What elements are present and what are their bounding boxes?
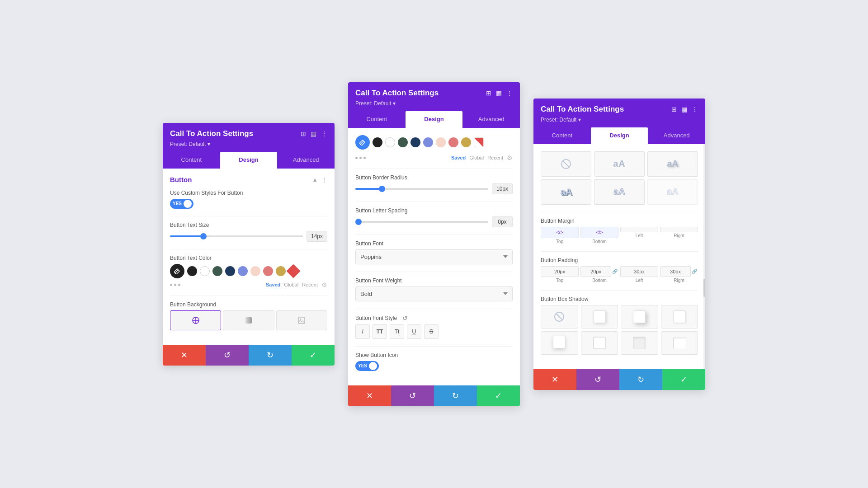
color-tab-recent[interactable]: Recent <box>302 282 318 287</box>
reset-button-3[interactable]: ↺ <box>576 369 619 390</box>
color-settings-icon[interactable]: ⚙ <box>321 281 327 288</box>
cs-white-2[interactable] <box>385 137 395 147</box>
bg-option-gradient[interactable] <box>223 310 274 330</box>
cancel-button-1[interactable]: ✕ <box>163 345 206 366</box>
text-style-outline2[interactable]: aA <box>647 179 698 205</box>
padding-top-input[interactable]: 20px <box>541 266 579 277</box>
color-swatch-navy[interactable] <box>225 266 235 276</box>
tab-design-1[interactable]: Design <box>220 152 278 169</box>
color-swatch-salmon[interactable] <box>263 266 273 276</box>
fullscreen-icon-3[interactable]: ⊞ <box>671 106 677 113</box>
menu-icon-2[interactable]: ⋮ <box>506 89 513 97</box>
button-font-weight-select[interactable]: Bold Normal Light <box>355 286 513 301</box>
tab-design-2[interactable]: Design <box>406 111 463 128</box>
cs-gold-2[interactable] <box>461 137 471 147</box>
shadow-1[interactable] <box>581 305 618 328</box>
cs-diag-2[interactable] <box>474 137 484 147</box>
cs-salmon-2[interactable] <box>448 137 458 147</box>
font-style-italic[interactable]: I <box>355 324 370 339</box>
reset-button-2[interactable]: ↺ <box>391 385 434 406</box>
padding-right-input[interactable]: 30px <box>660 266 691 277</box>
text-size-value[interactable]: 14px <box>307 231 327 242</box>
redo-button-2[interactable]: ↻ <box>434 385 477 406</box>
color-swatch-green[interactable] <box>212 266 222 276</box>
cs-peach-2[interactable] <box>436 137 446 147</box>
tab-advanced-1[interactable]: Advanced <box>277 152 335 169</box>
shadow-none[interactable] <box>541 305 578 328</box>
padding-bottom-input[interactable]: 20px <box>580 266 611 277</box>
margin-left-input[interactable] <box>620 227 658 232</box>
font-style-underline[interactable]: U <box>407 324 421 339</box>
cs-black-2[interactable] <box>373 137 382 147</box>
bg-option-color[interactable] <box>170 310 221 330</box>
color-active-2[interactable] <box>355 135 370 150</box>
color-tab-global-2[interactable]: Global <box>469 155 484 160</box>
text-style-3d[interactable]: aA <box>541 179 591 205</box>
padding-left-input[interactable]: 30px <box>620 266 658 277</box>
color-active-1[interactable] <box>170 264 184 278</box>
shadow-5[interactable] <box>581 331 618 355</box>
font-style-reset-icon[interactable]: ↺ <box>402 314 408 322</box>
fullscreen-icon-2[interactable]: ⊞ <box>486 89 491 97</box>
section-menu-icon-1[interactable]: ⋮ <box>321 176 327 183</box>
save-button-3[interactable]: ✓ <box>662 369 705 390</box>
layout-icon-3[interactable]: ▦ <box>681 106 687 113</box>
tab-design-3[interactable]: Design <box>591 127 648 144</box>
color-settings-icon-2[interactable]: ⚙ <box>507 154 513 161</box>
tab-content-3[interactable]: Content <box>533 127 591 144</box>
collapse-icon-1[interactable]: ▲ <box>312 176 318 183</box>
menu-icon-3[interactable]: ⋮ <box>692 106 698 113</box>
color-tab-saved-2[interactable]: Saved <box>451 155 466 160</box>
color-tab-global[interactable]: Global <box>284 282 298 287</box>
margin-top-input[interactable]: </> <box>541 227 579 238</box>
layout-icon[interactable]: ▦ <box>311 130 316 137</box>
link-icon-tb[interactable]: 🔗 <box>612 269 618 274</box>
text-style-outline1[interactable]: aA <box>594 179 645 205</box>
font-style-capitalize[interactable]: Tt <box>390 324 404 339</box>
shadow-3[interactable] <box>661 305 698 328</box>
shadow-2[interactable] <box>621 305 658 328</box>
reset-button-1[interactable]: ↺ <box>206 345 249 366</box>
color-swatch-white[interactable] <box>200 266 210 276</box>
color-swatch-lavender[interactable] <box>238 266 248 276</box>
cs-lavender-2[interactable] <box>423 137 433 147</box>
text-style-none[interactable] <box>541 151 591 177</box>
tab-advanced-2[interactable]: Advanced <box>462 111 520 128</box>
custom-styles-toggle[interactable]: YES <box>170 199 193 209</box>
margin-right-input[interactable] <box>660 227 698 232</box>
border-radius-slider-track[interactable] <box>355 188 488 190</box>
color-swatch-red[interactable] <box>286 264 300 278</box>
cs-navy-2[interactable] <box>410 137 420 147</box>
bg-option-image[interactable] <box>276 310 327 330</box>
border-radius-value[interactable]: 10px <box>492 183 513 194</box>
tab-advanced-3[interactable]: Advanced <box>648 127 705 144</box>
save-button-2[interactable]: ✓ <box>477 385 520 406</box>
fullscreen-icon[interactable]: ⊞ <box>301 130 306 137</box>
cancel-button-3[interactable]: ✕ <box>533 369 576 390</box>
redo-button-3[interactable]: ↻ <box>619 369 662 390</box>
layout-icon-2[interactable]: ▦ <box>496 89 502 97</box>
save-button-1[interactable]: ✓ <box>292 345 335 366</box>
link-icon-lr[interactable]: 🔗 <box>692 269 697 274</box>
show-button-icon-toggle[interactable]: YES <box>355 361 379 371</box>
menu-icon[interactable]: ⋮ <box>321 130 327 137</box>
shadow-6[interactable] <box>621 331 658 355</box>
button-font-select[interactable]: Poppins Open Sans Roboto <box>355 249 513 264</box>
color-tab-saved[interactable]: Saved <box>266 282 280 287</box>
text-size-slider-track[interactable] <box>170 235 303 237</box>
redo-button-1[interactable]: ↻ <box>249 345 292 366</box>
text-style-plain[interactable]: aA <box>594 151 645 177</box>
cs-green-2[interactable] <box>398 137 408 147</box>
letter-spacing-slider-track[interactable] <box>355 221 488 223</box>
font-style-uppercase[interactable]: TT <box>373 324 387 339</box>
color-swatch-peach[interactable] <box>250 266 260 276</box>
font-style-strikethrough[interactable]: S <box>424 324 439 339</box>
tab-content-1[interactable]: Content <box>163 152 220 169</box>
color-swatch-gold[interactable] <box>276 266 286 276</box>
color-swatch-black[interactable] <box>187 266 197 276</box>
shadow-7[interactable] <box>661 331 698 355</box>
letter-spacing-value[interactable]: 0px <box>492 216 513 227</box>
shadow-4[interactable] <box>541 331 578 355</box>
color-tab-recent-2[interactable]: Recent <box>487 155 503 160</box>
tab-content-2[interactable]: Content <box>348 111 406 128</box>
